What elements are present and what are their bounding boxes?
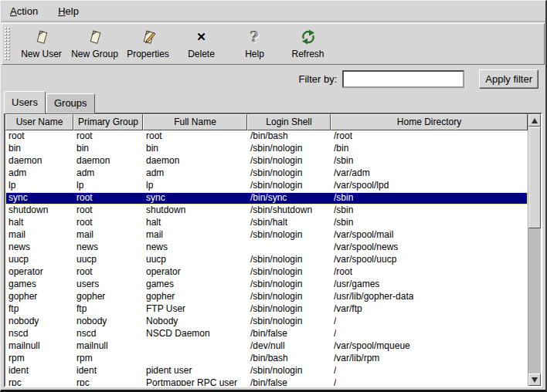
cell: root — [73, 192, 143, 204]
cell: /sbin/nologin — [247, 143, 331, 155]
cell: /sbin — [331, 217, 353, 229]
cell: / — [331, 316, 336, 328]
delete-icon: ✕ — [196, 27, 206, 47]
table-row-games[interactable]: gamesusersgames/sbin/nologin/usr/games — [5, 279, 528, 291]
cell: mailnull — [5, 340, 73, 353]
toolbar-buttons: New UserNew GroupProperties✕Delete?HelpR… — [15, 25, 335, 63]
column-header-primary-group[interactable]: Primary Group — [73, 114, 143, 130]
table-row-nobody[interactable]: nobodynobodyNobody/sbin/nologin/ — [5, 316, 528, 328]
table-row-halt[interactable]: haltroothalt/sbin/halt/sbin — [5, 217, 528, 229]
table-row-bin[interactable]: binbinbin/sbin/nologin/bin — [5, 143, 528, 155]
cell: games — [143, 279, 247, 291]
cell: / — [331, 377, 336, 386]
cell: /var/spool/lpd — [331, 180, 389, 192]
cell: /sbin/nologin — [247, 229, 331, 242]
table-row-daemon[interactable]: daemondaemondaemon/sbin/nologin/sbin — [5, 155, 528, 167]
table-row-news[interactable]: newsnewsnews/var/spool/news — [5, 242, 528, 254]
cell: root — [73, 204, 143, 217]
cell: / — [331, 328, 336, 340]
tool-button-label: Help — [245, 49, 264, 59]
cell: ident — [73, 365, 143, 377]
tool-button-label: Refresh — [291, 49, 324, 59]
cell: rpm — [73, 353, 143, 365]
table-row-gopher[interactable]: gophergophergopher/sbin/nologin/usr/lib/… — [5, 291, 528, 303]
column-header-login-shell[interactable]: Login Shell — [247, 114, 331, 130]
cell: root — [73, 217, 143, 229]
new-user-button[interactable]: New User — [15, 25, 68, 63]
new-group-icon — [86, 27, 104, 47]
cell: sync — [143, 192, 247, 204]
cell: uucp — [73, 254, 143, 266]
cell: mail — [143, 229, 247, 242]
cell: nscd — [73, 328, 143, 340]
table-row-sync[interactable]: syncrootsync/bin/sync/sbin — [5, 192, 528, 204]
cell: lp — [73, 180, 143, 192]
table-row-rpc[interactable]: rpcrpcPortmapper RPC user/bin/false/ — [5, 377, 528, 386]
table-row-root[interactable]: rootrootroot/bin/bash/root — [5, 130, 528, 143]
scroll-down-button[interactable] — [528, 373, 541, 386]
cell: /dev/null — [247, 340, 331, 353]
column-header-user-name[interactable]: User Name — [5, 114, 73, 130]
cell: bin — [5, 143, 73, 155]
table-row-adm[interactable]: admadmadm/sbin/nologin/var/adm — [5, 167, 528, 180]
cell: mail — [5, 229, 73, 242]
table-row-rpm[interactable]: rpmrpm/bin/bash/var/lib/rpm — [5, 353, 528, 365]
cell: /sbin/halt — [247, 217, 331, 229]
cell: shutdown — [143, 204, 247, 217]
column-header-full-name[interactable]: Full Name — [143, 114, 247, 130]
table-header-row: User NamePrimary GroupFull NameLogin She… — [5, 114, 528, 130]
apply-filter-button[interactable]: Apply filter — [479, 69, 539, 89]
cell: FTP User — [143, 303, 247, 316]
table-row-lp[interactable]: lplplp/sbin/nologin/var/spool/lpd — [5, 180, 528, 192]
cell: nscd — [5, 328, 73, 340]
cell: /usr/games — [331, 279, 379, 291]
cell: nobody — [73, 316, 143, 328]
column-header-home-directory[interactable]: Home Directory — [331, 114, 528, 130]
table-row-ident[interactable]: identidentpident user/sbin/nologin/ — [5, 365, 528, 377]
toolbar: New UserNew GroupProperties✕Delete?HelpR… — [2, 23, 545, 65]
refresh-button[interactable]: Refresh — [281, 25, 335, 63]
cell: halt — [143, 217, 247, 229]
cell: daemon — [73, 155, 143, 167]
toolbar-grip-handle[interactable] — [5, 27, 11, 61]
cell: gopher — [5, 291, 73, 303]
cell: root — [73, 130, 143, 143]
tab-users[interactable]: Users — [4, 91, 46, 113]
table-row-operator[interactable]: operatorrootoperator/sbin/nologin/root — [5, 266, 528, 279]
cell: /var/adm — [331, 167, 370, 180]
delete-button[interactable]: ✕Delete — [175, 25, 228, 63]
cell: daemon — [5, 155, 73, 167]
cell: /var/spool/mqueue — [331, 340, 410, 353]
table-row-shutdown[interactable]: shutdownrootshutdown/sbin/shutdown/sbin — [5, 204, 528, 217]
properties-button[interactable]: Properties — [121, 25, 175, 63]
cell: /bin — [331, 143, 348, 155]
scrollbar-thumb[interactable] — [528, 127, 541, 228]
cell: /var/ftp — [331, 303, 362, 316]
arrow-up-icon — [532, 118, 538, 123]
menu-help[interactable]: Help — [55, 3, 82, 19]
cell: /sbin — [331, 204, 353, 217]
cell: gopher — [73, 291, 143, 303]
menu-action[interactable]: Action — [7, 3, 41, 19]
help-button[interactable]: ?Help — [228, 25, 281, 63]
table-row-mail[interactable]: mailmailmail/sbin/nologin/var/spool/mail — [5, 229, 528, 242]
cell: /bin/bash — [247, 353, 331, 365]
tab-groups[interactable]: Groups — [46, 93, 95, 113]
table-row-uucp[interactable]: uucpuucpuucp/sbin/nologin/var/spool/uucp — [5, 254, 528, 266]
scroll-up-button[interactable] — [528, 114, 541, 127]
cell: ftp — [5, 303, 73, 316]
table-row-ftp[interactable]: ftpftpFTP User/sbin/nologin/var/ftp — [5, 303, 528, 316]
new-group-button[interactable]: New Group — [68, 25, 121, 63]
cell: root — [5, 130, 73, 143]
filter-input[interactable] — [342, 70, 464, 88]
table-row-nscd[interactable]: nscdnscdNSCD Daemon/bin/false/ — [5, 328, 528, 340]
table-row-mailnull[interactable]: mailnullmailnull/dev/null/var/spool/mque… — [5, 340, 528, 353]
cell: /sbin/nologin — [247, 279, 331, 291]
cell: halt — [5, 217, 73, 229]
cell: / — [331, 365, 336, 377]
cell: /sbin/nologin — [247, 167, 331, 180]
scrollbar-track[interactable] — [528, 127, 541, 373]
vertical-scrollbar[interactable] — [528, 114, 541, 386]
tool-button-label: Delete — [188, 49, 215, 59]
cell: /sbin/nologin — [247, 291, 331, 303]
